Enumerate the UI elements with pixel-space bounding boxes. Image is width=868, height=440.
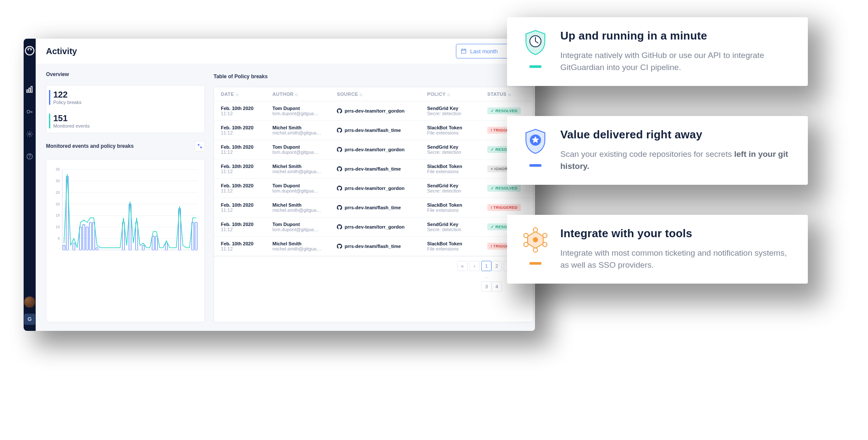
svg-rect-38 xyxy=(152,236,154,250)
svg-point-6 xyxy=(27,110,30,113)
svg-text:5: 5 xyxy=(58,236,60,241)
svg-rect-43 xyxy=(195,223,197,250)
svg-text:25: 25 xyxy=(56,190,60,195)
svg-rect-37 xyxy=(142,245,144,250)
svg-rect-25 xyxy=(63,245,65,250)
accent-bar xyxy=(529,164,541,167)
page-2[interactable]: 2 xyxy=(492,261,502,271)
col-source[interactable]: SOURCE◇ xyxy=(337,92,423,97)
shield-clock-icon xyxy=(524,29,547,56)
shield-star-icon xyxy=(524,128,547,155)
svg-text:30: 30 xyxy=(56,179,60,183)
table-row[interactable]: Feb. 10th 202011:12 Tom Duponttom.dupont… xyxy=(214,217,533,237)
svg-rect-4 xyxy=(29,88,30,92)
table-pagination: « ‹ 12…34 › » xyxy=(214,256,533,296)
date-range-label: Last month xyxy=(470,48,498,55)
feature-title: Up and running in a minute xyxy=(560,29,793,43)
team-badge[interactable]: G xyxy=(24,314,35,325)
table-row[interactable]: Feb. 10th 202011:12 Michel Smithmichel.s… xyxy=(214,121,533,140)
stat-policy-breaks: 122 Policy breaks xyxy=(46,86,205,109)
overview-title: Overview xyxy=(46,71,205,77)
svg-text:10: 10 xyxy=(56,225,60,229)
svg-rect-10 xyxy=(462,49,466,54)
svg-point-51 xyxy=(533,248,538,252)
calendar-icon xyxy=(461,48,467,54)
nav-settings-icon[interactable] xyxy=(24,128,36,140)
network-icon xyxy=(523,227,548,253)
svg-point-52 xyxy=(524,242,528,247)
svg-point-54 xyxy=(533,237,538,242)
nav-help-icon[interactable] xyxy=(24,150,36,162)
page-3[interactable]: 3 xyxy=(481,281,492,292)
svg-text:15: 15 xyxy=(56,213,60,217)
accent-bar xyxy=(529,65,541,68)
table-row[interactable]: Feb. 10th 202011:12 Michel Smithmichel.s… xyxy=(214,237,533,256)
nav-activity-icon[interactable] xyxy=(24,83,34,95)
svg-point-49 xyxy=(543,233,547,238)
svg-rect-5 xyxy=(31,86,32,92)
side-rail: G xyxy=(24,39,36,331)
table-row[interactable]: Feb. 10th 202011:12 Michel Smithmichel.s… xyxy=(214,159,533,179)
main-panel: Activity Last month ▾ Overview 122 Polic… xyxy=(36,39,535,331)
feature-title: Value delivered right away xyxy=(560,128,793,141)
svg-rect-27 xyxy=(73,243,75,250)
page-title: Activity xyxy=(46,46,77,56)
events-chart: 5101520253035 xyxy=(51,165,200,256)
page-4[interactable]: 4 xyxy=(492,281,502,292)
svg-rect-40 xyxy=(165,243,168,250)
table-header: DATE◇ AUTHOR◇ SOURCE◇ POLICY◇ STATUS◇ xyxy=(214,87,533,101)
expand-icon xyxy=(198,144,202,148)
svg-text:35: 35 xyxy=(56,167,60,171)
feature-card-setup: Up and running in a minute Integrate nat… xyxy=(507,17,808,86)
page-first[interactable]: « xyxy=(457,261,468,271)
feature-card-integrate: Integrate with your tools Integrate with… xyxy=(507,215,808,284)
nav-secrets-icon[interactable] xyxy=(24,106,36,118)
table-row[interactable]: Feb. 10th 202011:12 Tom Duponttom.dupont… xyxy=(214,140,533,159)
dashboard-window: G Activity Last month ▾ Overview 122 Pol… xyxy=(24,39,535,331)
table-row[interactable]: Feb. 10th 202011:12 Tom Duponttom.dupont… xyxy=(214,101,533,121)
chart-card: 5101520253035 xyxy=(46,159,205,322)
svg-point-53 xyxy=(524,233,528,238)
stat-monitored-events: 151 Monitored events xyxy=(46,109,205,133)
svg-rect-3 xyxy=(27,90,28,92)
svg-rect-39 xyxy=(156,236,158,250)
col-policy[interactable]: POLICY◇ xyxy=(427,92,483,97)
feature-body: Integrate with most common ticketing and… xyxy=(560,247,793,271)
svg-rect-33 xyxy=(96,248,98,250)
user-avatar[interactable] xyxy=(24,296,35,308)
chart-title: Monitored events and policy breaks xyxy=(46,143,134,149)
col-date[interactable]: DATE◇ xyxy=(221,92,268,97)
svg-text:20: 20 xyxy=(56,202,60,206)
accent-bar xyxy=(529,262,541,265)
svg-point-7 xyxy=(29,133,31,135)
feature-body: Integrate natively with GitHub or use ou… xyxy=(560,49,793,73)
svg-point-0 xyxy=(25,46,34,55)
policy-breaks-table: DATE◇ AUTHOR◇ SOURCE◇ POLICY◇ STATUS◇ Fe… xyxy=(214,87,533,322)
feature-body: Scan your existing code repositories for… xyxy=(560,148,793,172)
top-bar: Activity Last month ▾ xyxy=(36,39,535,64)
feature-title: Integrate with your tools xyxy=(560,227,793,240)
table-title: Table of Policy breaks xyxy=(214,73,268,79)
table-row[interactable]: Feb. 10th 202011:12 Michel Smithmichel.s… xyxy=(214,198,533,217)
col-author[interactable]: AUTHOR◇ xyxy=(272,92,333,97)
svg-rect-31 xyxy=(89,223,92,250)
chart-expand-button[interactable] xyxy=(195,141,205,151)
svg-point-9 xyxy=(29,158,30,159)
svg-rect-29 xyxy=(83,225,85,250)
overview-stats: 122 Policy breaks 151 Monitored events xyxy=(46,85,205,133)
svg-point-50 xyxy=(543,242,547,247)
app-logo xyxy=(24,45,36,57)
feature-card-value: Value delivered right away Scan your exi… xyxy=(507,116,808,185)
svg-point-48 xyxy=(533,228,538,232)
page-1[interactable]: 1 xyxy=(481,261,492,271)
table-row[interactable]: Feb. 10th 202011:12 Tom Duponttom.dupont… xyxy=(214,179,533,198)
page-prev[interactable]: ‹ xyxy=(469,261,480,271)
